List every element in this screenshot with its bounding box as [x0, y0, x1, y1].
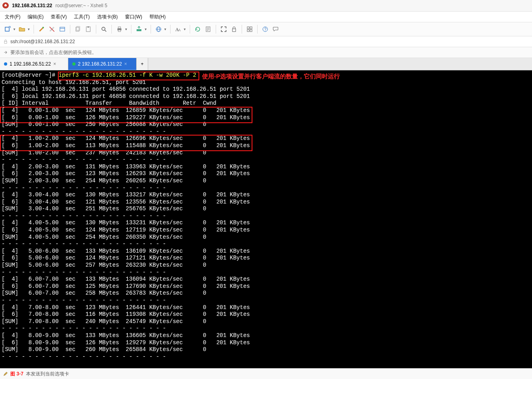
status-bar: 图 3-7 本发送到当前选项卡	[0, 368, 532, 379]
separator	[131, 25, 131, 34]
title-bar: 192.168.26.131:22 root@server:~ - Xshell…	[0, 0, 532, 12]
svg-point-8	[102, 27, 105, 30]
file-transfer-icon[interactable]	[135, 25, 143, 34]
fullscreen-icon[interactable]	[219, 25, 228, 34]
separator	[190, 25, 190, 34]
dropdown-caret-icon[interactable]: ▼	[27, 28, 30, 31]
menu-file[interactable]: 文件(F)	[5, 14, 20, 20]
svg-text:?: ?	[264, 27, 266, 32]
app-logo-icon	[2, 2, 9, 9]
dropdown-caret-icon[interactable]: ▼	[144, 28, 147, 31]
disconnect-icon[interactable]	[48, 25, 56, 34]
svg-rect-24	[250, 30, 252, 32]
tab-label: 2 192.168.26.131:22	[78, 61, 122, 67]
properties-icon[interactable]	[58, 25, 67, 34]
status-dot-icon	[72, 62, 75, 66]
paste-icon[interactable]	[84, 25, 93, 34]
hint-bar: 要添加当前会话，点击左侧的箭头按钮。	[0, 47, 532, 58]
search-icon[interactable]	[99, 25, 108, 34]
open-icon[interactable]	[18, 25, 26, 34]
lock-icon[interactable]	[230, 25, 238, 34]
title-ip: 192.168.26.131:22	[12, 3, 52, 8]
svg-rect-23	[247, 30, 249, 32]
new-session-icon[interactable]	[3, 25, 12, 34]
svg-rect-13	[137, 29, 141, 31]
svg-rect-11	[118, 27, 121, 28]
dropdown-caret-icon[interactable]: ▼	[13, 28, 16, 31]
lock-icon	[3, 39, 8, 44]
svg-rect-2	[60, 27, 65, 31]
menu-help[interactable]: 帮助(H)	[149, 14, 166, 20]
tab-session-1[interactable]: 1 192.168.26.51:22 ×	[0, 58, 68, 70]
tab-session-2[interactable]: 2 192.168.26.131:22 ×	[68, 58, 137, 70]
tab-label: 1 192.168.26.51:22	[10, 61, 51, 67]
script-icon[interactable]	[204, 25, 212, 34]
separator	[151, 25, 151, 34]
separator	[257, 25, 258, 34]
address-bar: ssh://root@192.168.26.131:22	[0, 36, 532, 47]
address-url[interactable]: ssh://root@192.168.26.131:22	[10, 39, 75, 44]
toolbar: ▼ ▼ ▼ ▼ ▼ AA▼ ?	[0, 22, 532, 36]
menu-tabs[interactable]: 选项卡(B)	[97, 14, 118, 20]
svg-line-9	[105, 30, 106, 32]
hint-text: 要添加当前会话，点击左侧的箭头按钮。	[10, 49, 97, 56]
svg-rect-0	[5, 27, 9, 31]
print-icon[interactable]	[115, 25, 124, 34]
reconnect-icon[interactable]	[37, 25, 46, 34]
separator	[111, 25, 112, 34]
svg-point-1	[42, 27, 44, 28]
copy-icon[interactable]	[73, 25, 82, 34]
terminal[interactable]: [root@server ~]# iperf3 -c 192.168.26.51…	[0, 70, 532, 368]
separator	[34, 25, 34, 34]
arrow-out-icon[interactable]	[3, 50, 8, 55]
tile-icon[interactable]	[245, 25, 254, 34]
close-icon[interactable]: ×	[124, 61, 127, 67]
help-icon[interactable]: ?	[261, 25, 270, 34]
globe-icon[interactable]	[154, 25, 163, 34]
svg-rect-27	[4, 41, 7, 43]
status-dot-icon	[4, 62, 7, 66]
separator	[242, 25, 242, 34]
font-icon[interactable]: AA	[174, 25, 183, 34]
dropdown-caret-icon[interactable]: ▼	[164, 28, 167, 31]
new-tab-button[interactable]: +	[137, 58, 148, 70]
svg-text:A: A	[178, 28, 181, 32]
svg-rect-20	[232, 29, 236, 32]
dropdown-caret-icon[interactable]: ▼	[183, 28, 187, 31]
chat-icon[interactable]	[271, 25, 280, 34]
title-sub: root@server:~ - Xshell 5	[56, 3, 107, 8]
menu-edit[interactable]: 编辑(E)	[28, 14, 44, 20]
menu-tools[interactable]: 工具(T)	[74, 14, 89, 20]
annotation-text: 使用-P选项设置并行客户端流的数量，它们同时运行	[202, 73, 340, 80]
highlight-box	[0, 107, 252, 123]
close-icon[interactable]: ×	[53, 61, 56, 67]
menu-view[interactable]: 查看(V)	[51, 14, 67, 20]
highlight-box	[0, 135, 252, 151]
svg-rect-21	[247, 27, 249, 29]
session-tabs: 1 192.168.26.51:22 × 2 192.168.26.131:22…	[0, 58, 532, 70]
pencil-icon	[3, 371, 8, 376]
separator	[70, 25, 70, 34]
svg-rect-12	[118, 30, 121, 32]
svg-rect-7	[87, 26, 89, 28]
svg-rect-22	[250, 27, 252, 29]
menu-window[interactable]: 窗口(W)	[125, 14, 142, 20]
separator	[96, 25, 96, 34]
dropdown-caret-icon[interactable]: ▼	[125, 28, 128, 31]
footer-text: 本发送到当前选项卡	[26, 371, 69, 377]
menu-bar: 文件(F) 编辑(E) 查看(V) 工具(T) 选项卡(B) 窗口(W) 帮助(…	[0, 12, 532, 22]
separator	[170, 25, 171, 34]
refresh-icon[interactable]	[193, 25, 202, 34]
separator	[216, 25, 216, 34]
figure-label: 图 3-7	[10, 371, 24, 377]
